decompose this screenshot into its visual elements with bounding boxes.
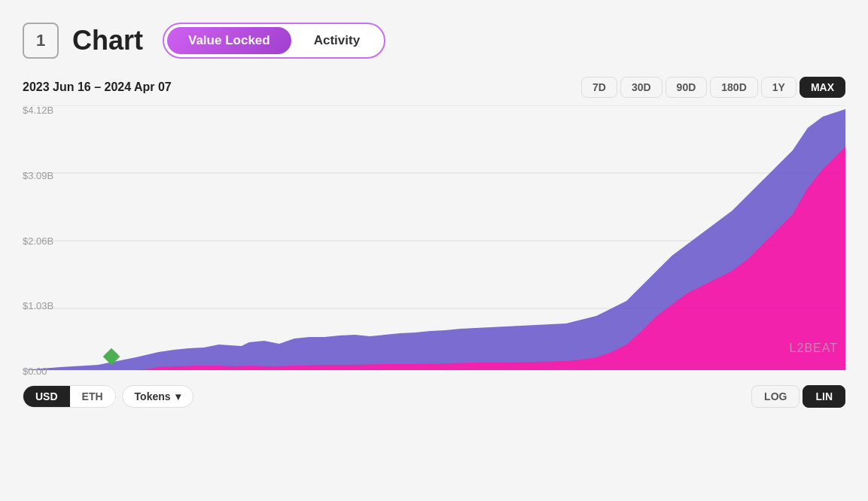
time-btn-180d[interactable]: 180D [710,77,757,98]
currency-btn-eth[interactable]: ETH [70,386,115,407]
scale-btn-lin[interactable]: LIN [803,385,845,408]
time-btn-1y[interactable]: 1Y [761,77,796,98]
time-btn-7d[interactable]: 7D [581,77,617,98]
scale-btn-log[interactable]: LOG [751,385,799,408]
tab-group: Value Locked Activity [163,23,385,59]
time-btn-30d[interactable]: 30D [620,77,662,98]
time-filters: 7D 30D 90D 180D 1Y MAX [581,77,845,98]
left-controls: USD ETH Tokens ▾ [23,385,193,408]
header-row: 1 Chart Value Locked Activity [23,23,845,59]
date-range: 2023 Jun 16 – 2024 Apr 07 [23,80,172,94]
watermark: L2BEAT [790,342,838,355]
chart-number: 1 [23,23,59,59]
right-controls: LOG LIN [751,385,845,408]
chart-svg [23,105,845,376]
main-container: 1 Chart Value Locked Activity 2023 Jun 1… [0,0,868,501]
currency-group: USD ETH [23,385,116,408]
tokens-dropdown-btn[interactable]: Tokens ▾ [122,385,193,408]
chevron-down-icon: ▾ [175,390,181,402]
controls-row: 2023 Jun 16 – 2024 Apr 07 7D 30D 90D 180… [23,77,845,98]
time-btn-max[interactable]: MAX [799,77,845,98]
bottom-row: USD ETH Tokens ▾ LOG LIN [23,385,845,408]
chart-title: Chart [72,25,143,56]
chart-area: $4.12B $3.09B $2.06B $1.03B $0.00 L2BEAT [23,105,845,376]
tokens-label: Tokens [135,390,171,402]
tab-activity[interactable]: Activity [293,27,381,54]
currency-btn-usd[interactable]: USD [23,386,70,407]
tab-value-locked[interactable]: Value Locked [167,27,291,54]
time-btn-90d[interactable]: 90D [665,77,708,98]
